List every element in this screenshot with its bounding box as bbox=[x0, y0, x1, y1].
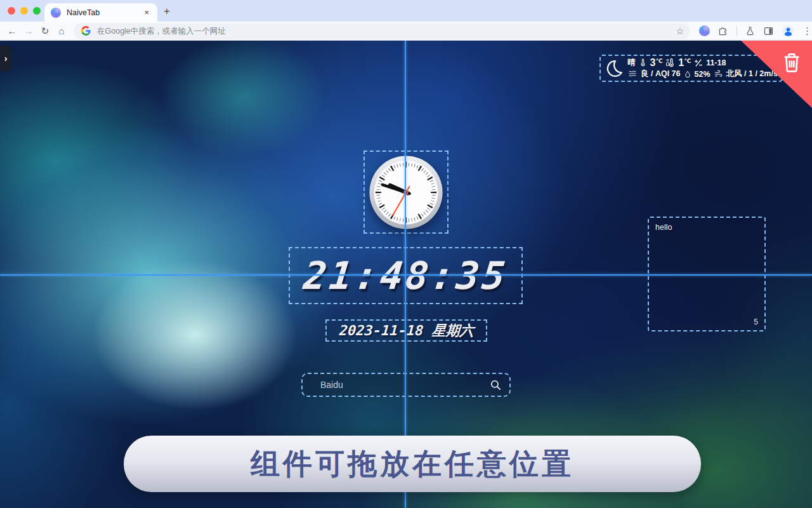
memo-text: hello bbox=[655, 223, 758, 232]
window-controls bbox=[8, 7, 41, 15]
wind-icon bbox=[714, 70, 723, 78]
weather-aqi: 良 / AQI 76 bbox=[641, 69, 681, 79]
trash-icon[interactable] bbox=[782, 52, 802, 74]
reload-icon[interactable]: ↻ bbox=[37, 25, 53, 37]
minimize-window-button[interactable] bbox=[20, 7, 28, 15]
profile-avatar-icon[interactable] bbox=[782, 25, 794, 37]
thermometer-icon bbox=[639, 58, 647, 67]
side-panel-icon[interactable] bbox=[763, 26, 774, 36]
analog-clock-widget[interactable] bbox=[363, 150, 449, 234]
toolbar-separator bbox=[737, 26, 737, 36]
hint-banner: 组件可拖放在任意位置 bbox=[124, 436, 701, 492]
memo-char-count: 5 bbox=[754, 318, 758, 326]
date-text: 2023-11-18 星期六 bbox=[339, 321, 475, 340]
temp-range-icon bbox=[694, 58, 703, 67]
analog-clock-icon bbox=[366, 152, 446, 232]
weather-row-2: 良 / AQI 76 52% 北风 / 1 / 2m/s bbox=[627, 69, 778, 80]
weather-feels-unit: ℃ bbox=[684, 57, 691, 64]
weather-condition: 晴 bbox=[627, 57, 636, 68]
naivetab-favicon-icon bbox=[51, 8, 61, 18]
labs-flask-icon[interactable] bbox=[745, 26, 755, 36]
humidity-droplet-icon bbox=[684, 70, 691, 79]
weather-wind: 北风 / 1 / 2m/s bbox=[726, 69, 778, 79]
omnibox[interactable]: ☆ bbox=[74, 23, 690, 39]
tab-strip: NaiveTab × + bbox=[0, 0, 812, 22]
extensions-puzzle-icon[interactable] bbox=[718, 26, 728, 36]
chevron-right-icon: › bbox=[4, 53, 8, 64]
browser-window: NaiveTab × + ← → ↻ ⌂ ☆ ⋮ › bbox=[0, 0, 812, 508]
tab-close-icon[interactable]: × bbox=[142, 8, 151, 17]
naivetab-extension-icon[interactable] bbox=[699, 25, 710, 36]
tab-title: NaiveTab bbox=[67, 8, 142, 17]
bookmark-star-icon[interactable]: ☆ bbox=[676, 26, 684, 36]
date-widget[interactable]: 2023-11-18 星期六 bbox=[325, 319, 487, 342]
feels-like-icon bbox=[665, 58, 675, 67]
weather-widget[interactable]: 晴 3℃ 1℃ 11-18 良 / AQI 76 52% 北风 / 1 / 2m… bbox=[599, 55, 782, 82]
menu-dots-icon[interactable]: ⋮ bbox=[802, 25, 812, 37]
weather-range: 11-18 bbox=[706, 58, 726, 67]
weather-feels: 1 bbox=[678, 57, 684, 68]
sidebar-toggle-button[interactable]: › bbox=[0, 46, 11, 71]
weather-humidity: 52% bbox=[695, 70, 710, 79]
forward-icon[interactable]: → bbox=[20, 25, 37, 36]
back-icon[interactable]: ← bbox=[4, 25, 20, 36]
weather-row-1: 晴 3℃ 1℃ 11-18 bbox=[627, 57, 778, 69]
tab-naivetab[interactable]: NaiveTab × bbox=[44, 3, 157, 22]
google-icon bbox=[81, 26, 91, 36]
omnibox-input[interactable] bbox=[97, 27, 669, 36]
home-icon[interactable]: ⌂ bbox=[53, 25, 70, 36]
naivetab-page: › 晴 3℃ 1℃ 11-18 良 / AQI 76 5 bbox=[0, 41, 812, 508]
close-window-button[interactable] bbox=[8, 7, 15, 15]
hint-banner-text: 组件可拖放在任意位置 bbox=[251, 444, 574, 484]
weather-temp-unit: ℃ bbox=[655, 57, 662, 64]
new-tab-button[interactable]: + bbox=[164, 5, 170, 18]
horizontal-guide-line bbox=[0, 274, 812, 276]
crescent-moon-icon bbox=[605, 59, 624, 78]
browser-toolbar: ← → ↻ ⌂ ☆ ⋮ bbox=[0, 22, 812, 41]
zoom-window-button[interactable] bbox=[33, 7, 41, 15]
search-icon[interactable] bbox=[490, 379, 502, 391]
toolbar-right: ⋮ bbox=[699, 25, 812, 37]
aqi-waves-icon bbox=[627, 70, 638, 78]
search-widget[interactable] bbox=[301, 373, 511, 397]
